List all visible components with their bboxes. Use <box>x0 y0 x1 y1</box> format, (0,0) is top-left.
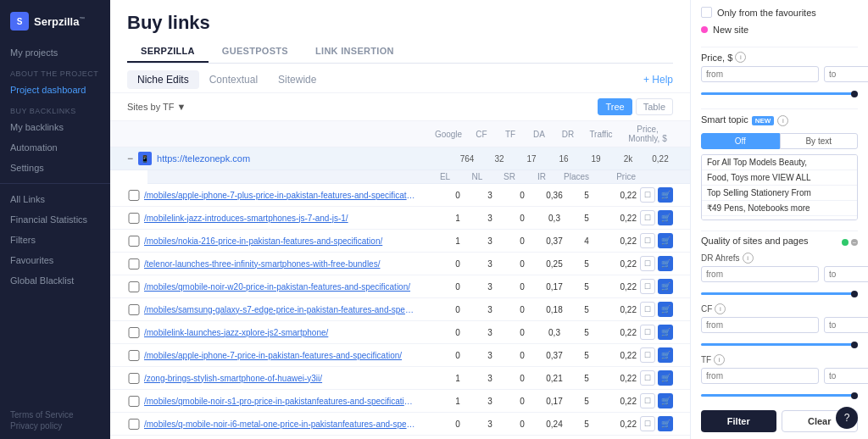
dr-to-input[interactable] <box>824 266 868 282</box>
favourites-checkbox[interactable] <box>701 7 712 18</box>
site-url[interactable]: https://telezonepk.com <box>157 153 250 164</box>
privacy-link[interactable]: Privacy policy <box>10 421 100 431</box>
row-url[interactable]: /mobiles/q-mobile-noir-i6-metal-one-pric… <box>144 420 415 429</box>
row-checkbox[interactable] <box>127 190 141 201</box>
tf-info-icon[interactable]: i <box>714 354 725 365</box>
row-url[interactable]: /zong-brings-stylish-smartphone-of-huawe… <box>144 374 415 383</box>
row-cart-button[interactable]: 🛒 <box>658 279 673 294</box>
row-checkbox[interactable] <box>127 327 141 338</box>
row-check-button[interactable]: ☐ <box>640 233 655 248</box>
row-cart-button[interactable]: 🛒 <box>658 416 673 431</box>
row-cart-button[interactable]: 🛒 <box>658 347 673 363</box>
terms-link[interactable]: Terms of Service <box>10 410 100 420</box>
tf-slider-thumb[interactable] <box>851 392 858 399</box>
topic-item-3[interactable]: ₹49 Pens, Notebooks more <box>702 201 857 216</box>
dr-from-input[interactable] <box>701 266 819 282</box>
sub-tab-contextual[interactable]: Contextual <box>199 70 268 89</box>
row-checkbox[interactable] <box>127 419 141 430</box>
cf-to-input[interactable] <box>824 317 868 333</box>
row-checkbox[interactable] <box>127 213 141 224</box>
cf-slider-thumb[interactable] <box>851 342 858 348</box>
price-info-icon[interactable]: i <box>735 52 746 63</box>
row-check-button[interactable]: ☐ <box>640 325 655 340</box>
price-from-input[interactable] <box>701 66 819 82</box>
row-checkbox[interactable] <box>127 304 141 315</box>
row-cart-button[interactable]: 🛒 <box>658 370 673 386</box>
topic-item-0[interactable]: For All Top Models Beauty, <box>702 155 857 170</box>
row-check-button[interactable]: ☐ <box>640 393 655 408</box>
tab-serpzilla[interactable]: SERPZILLA <box>127 41 209 63</box>
dr-info-icon[interactable]: i <box>743 253 754 264</box>
row-cart-button[interactable]: 🛒 <box>658 256 673 271</box>
row-check-button[interactable]: ☐ <box>640 187 655 203</box>
row-checkbox[interactable] <box>127 396 141 407</box>
sidebar-item-favourites[interactable]: Favourites <box>0 250 110 270</box>
table-view-button[interactable]: Table <box>636 98 673 115</box>
sites-by-filter[interactable]: Sites by TF ▼ <box>127 102 186 112</box>
help-button[interactable]: + Help <box>643 74 673 86</box>
sub-tab-sitewide[interactable]: Sitewide <box>268 70 326 89</box>
row-url[interactable]: /mobiles/samsung-galaxy-s7-edge-price-in… <box>144 305 415 314</box>
tf-from-input[interactable] <box>701 368 819 384</box>
row-url[interactable]: /mobilelink-launches-jazz-xplore-js2-sma… <box>144 328 415 337</box>
row-checkbox[interactable] <box>127 350 141 361</box>
quality-dot-minus[interactable]: − <box>851 239 858 246</box>
price-to-input[interactable] <box>824 66 868 82</box>
row-cart-button[interactable]: 🛒 <box>658 325 673 340</box>
filter-button[interactable]: Filter <box>701 410 776 432</box>
row-check-button[interactable]: ☐ <box>640 256 655 271</box>
sidebar-item-settings[interactable]: Settings <box>0 158 110 178</box>
row-url[interactable]: /mobilelink-jazz-introduces-smartphones-… <box>144 214 415 223</box>
row-url[interactable]: /mobiles/apple-iphone-7-plus-price-in-pa… <box>144 191 415 200</box>
row-check-button[interactable]: ☐ <box>640 347 655 363</box>
row-check-button[interactable]: ☐ <box>640 416 655 431</box>
row-cart-button[interactable]: 🛒 <box>658 302 673 317</box>
row-checkbox[interactable] <box>127 281 141 292</box>
collapse-icon[interactable]: − <box>127 153 133 164</box>
row-checkbox[interactable] <box>127 373 141 384</box>
dr-slider[interactable] <box>701 292 858 295</box>
row-url[interactable]: /telenor-launches-three-infinity-smartph… <box>144 259 415 269</box>
tree-view-button[interactable]: Tree <box>598 98 632 115</box>
row-url[interactable]: /mobiles/qmobile-noir-w20-price-in-pakis… <box>144 282 415 292</box>
toggle-by-text-button[interactable]: By text <box>780 133 859 149</box>
sidebar-item-financial-stats[interactable]: Financial Statistics <box>0 209 110 230</box>
row-url[interactable]: /mobiles/qmobile-noir-s1-pro-price-in-pa… <box>144 397 415 406</box>
cf-slider[interactable] <box>701 343 858 346</box>
tf-to-input[interactable] <box>824 368 868 384</box>
row-cart-button[interactable]: 🛒 <box>658 393 673 408</box>
sidebar-item-automation[interactable]: Automation <box>0 137 110 158</box>
price-slider[interactable] <box>701 92 858 95</box>
sidebar-item-filters[interactable]: Filters <box>0 230 110 250</box>
row-cart-button[interactable]: 🛒 <box>658 210 673 225</box>
row-checkbox[interactable] <box>127 258 141 270</box>
tab-link-insertion[interactable]: LINK INSERTION <box>302 41 408 63</box>
topic-item-4[interactable]: Soft Toys Upto 70% Off <box>702 216 857 220</box>
smart-topic-info-icon[interactable]: i <box>777 115 788 126</box>
row-url[interactable]: /mobiles/apple-iphone-7-price-in-pakista… <box>144 351 415 360</box>
row-cart-button[interactable]: 🛒 <box>658 233 673 248</box>
cf-from-input[interactable] <box>701 317 819 333</box>
sidebar-item-global-blacklist[interactable]: Global Blacklist <box>0 270 110 291</box>
topic-item-1[interactable]: Food, Toys more VIEW ALL <box>702 170 857 186</box>
sidebar-item-project-dashboard[interactable]: Project dashboard <box>0 80 110 100</box>
row-check-button[interactable]: ☐ <box>640 210 655 225</box>
sidebar-item-my-backlinks[interactable]: My backlinks <box>0 117 110 137</box>
row-check-button[interactable]: ☐ <box>640 302 655 317</box>
quality-dot-green[interactable] <box>842 239 849 246</box>
topic-item-2[interactable]: Top Selling Stationery From <box>702 186 857 201</box>
row-check-button[interactable]: ☐ <box>640 279 655 294</box>
sidebar-item-my-projects[interactable]: My projects <box>0 42 110 63</box>
help-circle-button[interactable]: ? <box>836 407 858 429</box>
price-slider-thumb[interactable] <box>851 91 858 97</box>
tf-slider[interactable] <box>701 394 858 397</box>
sidebar-item-all-links[interactable]: All Links <box>0 189 110 209</box>
tab-guestposts[interactable]: GUESTPOSTS <box>209 41 302 63</box>
row-checkbox[interactable] <box>127 236 141 247</box>
row-check-button[interactable]: ☐ <box>640 370 655 386</box>
cf-info-icon[interactable]: i <box>715 303 726 314</box>
toggle-off-button[interactable]: Off <box>701 133 780 149</box>
row-cart-button[interactable]: 🛒 <box>658 187 673 203</box>
dr-slider-thumb[interactable] <box>851 291 858 297</box>
sub-tab-niche-edits[interactable]: Niche Edits <box>127 70 199 89</box>
